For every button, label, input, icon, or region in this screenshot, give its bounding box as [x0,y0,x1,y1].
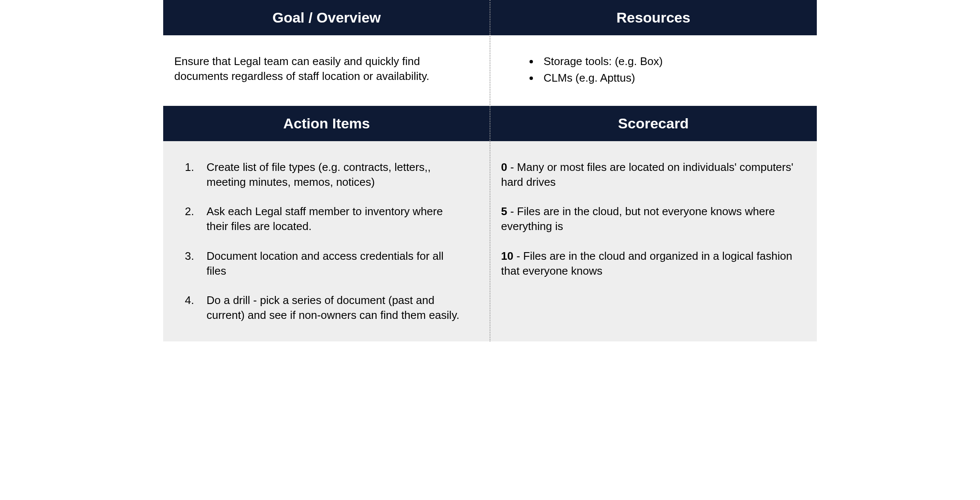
scorecard-content: 0 - Many or most files are located on in… [490,141,817,341]
resources-header: Resources [490,0,817,35]
score-value: 5 [501,205,507,218]
score-text: Files are in the cloud, but not everyone… [501,205,775,233]
goal-content: Ensure that Legal team can easily and qu… [163,35,490,106]
score-item: 0 - Many or most files are located on in… [501,160,806,190]
scorecard-header: Scorecard [490,106,817,141]
score-dash: - [507,161,517,173]
list-item: Do a drill - pick a series of document (… [197,293,463,323]
goal-text: Ensure that Legal team can easily and qu… [174,54,446,84]
score-value: 10 [501,250,513,262]
score-item: 5 - Files are in the cloud, but not ever… [501,204,806,234]
list-item: Document location and access credentials… [197,249,463,278]
list-item: CLMs (e.g. Apttus) [539,71,806,85]
goal-header: Goal / Overview [163,0,490,35]
score-text: Many or most files are located on indivi… [501,161,793,188]
score-dash: - [507,205,517,218]
list-item: Create list of file types (e.g. contract… [197,160,463,190]
score-text: Files are in the cloud and organized in … [501,250,792,277]
quadrant-grid: Goal / Overview Resources Ensure that Le… [163,0,817,341]
score-dash: - [513,250,523,262]
resources-content: Storage tools: (e.g. Box) CLMs (e.g. Apt… [490,35,817,106]
actions-header: Action Items [163,106,490,141]
list-item: Ask each Legal staff member to inventory… [197,204,463,234]
list-item: Storage tools: (e.g. Box) [539,54,806,69]
actions-content: Create list of file types (e.g. contract… [163,141,490,341]
resources-list: Storage tools: (e.g. Box) CLMs (e.g. Apt… [501,54,806,85]
score-value: 0 [501,161,507,173]
score-item: 10 - Files are in the cloud and organize… [501,249,806,278]
actions-list: Create list of file types (e.g. contract… [174,160,463,323]
